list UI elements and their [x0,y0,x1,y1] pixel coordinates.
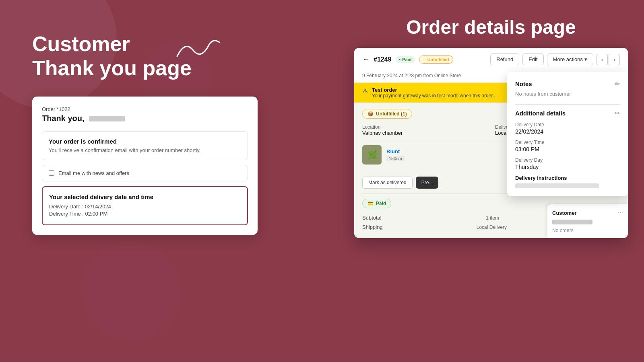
right-section-title: Order details page [354,16,628,38]
order-number: Order *1022 [42,106,248,112]
notes-edit-icon[interactable]: ✏ [615,80,620,88]
prepare-button[interactable]: Pre... [416,177,439,189]
left-title: Customer Thank you page [32,32,274,80]
window-header: ← #1249 Paid Unfulfilled Refund Edit Mor… [354,48,628,71]
delivery-date-item: Delivery Date 22/02/2024 [515,122,620,135]
additional-details-title: Additional details [515,110,566,117]
email-checkbox-label: Email me with news and offers [58,170,129,176]
delivery-date: Delivery Date : 02/14/2024 [49,204,241,210]
notes-panel: Notes ✏ No notes from customer Additiona… [507,72,628,196]
delivery-instructions-section: Delivery instructions [515,175,620,188]
paid-label: Paid [376,201,386,206]
nav-arrows: ‹ › [597,54,620,65]
delivery-day-item: Delivery Day Thursday [515,157,620,170]
delivery-box: Your selected delivery date and time Del… [42,186,248,225]
thank-you-heading: Thank you, [42,114,248,123]
delivery-date-label: Delivery Date [515,122,620,128]
customer-panel-title: Customer [552,210,577,216]
test-order-title: Test order [372,87,497,93]
additional-details-header: Additional details ✏ [515,109,620,117]
delivery-instructions-label: Delivery instructions [515,175,620,181]
thankyou-card: Order *1022 Thank you, Your order is con… [32,97,258,235]
paid-badge-section: 💳 Paid [362,199,391,208]
unfulfilled-badge-header: Unfulfilled [419,56,454,64]
thank-you-prefix: Thank you, [42,114,85,123]
header-left: ← #1249 Paid Unfulfilled [362,55,453,64]
order-id: #1249 [374,56,392,63]
delivery-day-value: Thursday [515,164,620,170]
nav-prev-button[interactable]: ‹ [597,54,608,65]
confirmed-title: Your order is confirmed [49,138,241,145]
delivery-date-value: 22/02/2024 [515,128,620,135]
more-actions-label: More actions [553,56,583,62]
delivery-time-item: Delivery Time 03:00 PM [515,140,620,152]
customer-name-blurred [89,116,125,121]
title-line1: Customer [32,32,130,56]
divider [515,104,620,105]
delivery-time-value: 03:00 PM [515,146,620,152]
warning-icon: ⚠ [362,87,368,95]
chevron-down-icon: ▾ [584,56,587,62]
customer-name-blurred-panel [552,220,592,224]
delivery-time: Delivery Time : 02:00 PM [49,211,241,217]
additional-details-edit-icon[interactable]: ✏ [615,109,620,117]
location-label: Location Vaibhav chamber [362,124,487,136]
notes-title: Notes [515,80,532,87]
test-order-description: Your payment gateway was in test mode wh… [372,93,497,99]
delivery-time-label: Delivery Time [515,140,620,145]
header-right: Refund Edit More actions ▾ ‹ › [490,53,620,65]
confirmed-description: You'll receive a confirmation email with… [49,147,241,153]
order-details-window: ← #1249 Paid Unfulfilled Refund Edit Mor… [354,48,628,238]
nav-next-button[interactable]: › [609,54,620,65]
box-icon: 📦 [367,111,374,117]
refund-button[interactable]: Refund [490,53,519,65]
subtotal-items: 1 item [486,215,499,221]
customer-mini-panel: Customer ··· No orders [547,204,628,238]
title-line2: Thank you page [32,56,192,80]
no-notes-text: No notes from customer [515,91,620,97]
bg-decoration-2 [80,241,181,342]
more-actions-button[interactable]: More actions ▾ [547,53,593,65]
customer-panel-header: Customer ··· [552,209,623,216]
delivery-instructions-blurred [515,183,599,188]
notes-header: Notes ✏ [515,80,620,88]
shipping-method: Local Delivery [477,224,507,230]
dots-menu-icon[interactable]: ··· [618,209,623,216]
paid-badge: Paid [396,56,415,63]
paid-icon: 💳 [367,201,374,206]
product-variant: 150cm [386,156,405,161]
no-orders-text: No orders [552,228,623,233]
test-order-content: Test order Your payment gateway was in t… [372,87,497,99]
email-checkbox-row[interactable]: Email me with news and offers [42,165,248,181]
subtotal-label: Subtotal [362,215,382,221]
edit-button[interactable]: Edit [522,53,543,65]
back-arrow-icon[interactable]: ← [362,55,369,64]
order-confirmed-box: Your order is confirmed You'll receive a… [42,131,248,160]
left-section: Customer Thank you page Order *1022 Than… [32,32,274,235]
product-image: 🌿 [362,145,382,165]
unfulfilled-badge-label: Unfulfilled (1) [376,111,407,117]
mark-delivered-button[interactable]: Mark as delivered [362,177,413,189]
shipping-label: Shipping [362,224,383,230]
right-section: Order details page ← #1249 Paid Unfulfil… [354,16,628,238]
delivery-day-label: Delivery Day [515,157,620,163]
unfulfilled-badge-section: 📦 Unfulfilled (1) [362,109,412,119]
email-checkbox[interactable] [49,170,54,176]
delivery-box-title: Your selected delivery date and time [49,193,241,200]
